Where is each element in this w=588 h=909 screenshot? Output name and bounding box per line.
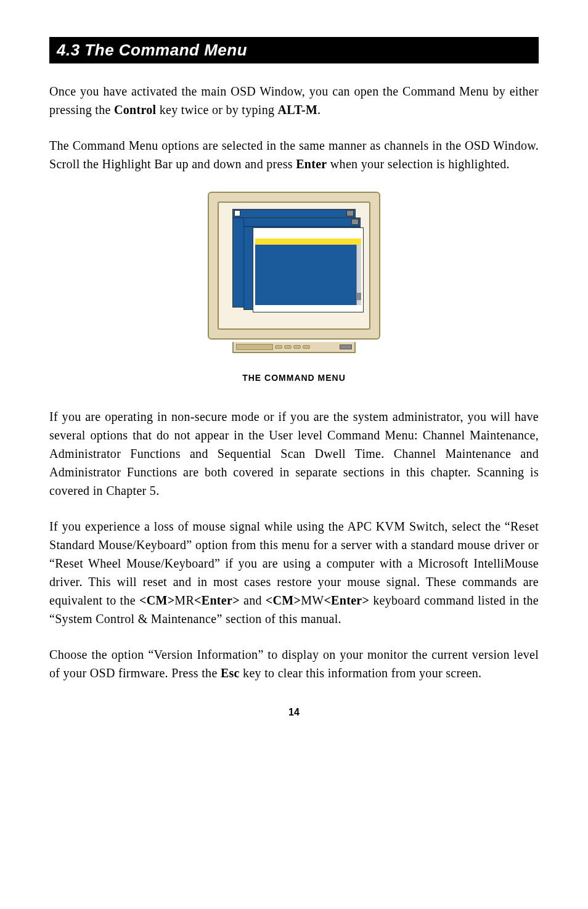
command-menu-window	[253, 227, 364, 312]
paragraph-3: If you are operating in non-secure mode …	[49, 407, 539, 500]
text-run: when your selection is highlighted.	[327, 157, 510, 171]
paragraph-2: The Command Menu options are selected in…	[49, 136, 539, 173]
titlebar-close-icon	[234, 210, 240, 216]
text-run: MW	[301, 593, 324, 607]
panel-button-icon	[293, 345, 301, 349]
bold-esc: Esc	[221, 666, 240, 680]
bold-cm: <CM>	[139, 593, 174, 607]
panel-button-icon	[275, 345, 282, 349]
text-run: MR	[174, 593, 194, 607]
panel-vent-icon	[236, 344, 273, 350]
menu-content-area	[255, 245, 361, 305]
monitor-screen	[218, 202, 370, 330]
titlebar-back	[233, 210, 355, 218]
monitor-control-panel	[232, 342, 356, 353]
panel-button-icon	[284, 345, 292, 349]
section-heading-bar: 4.3 The Command Menu	[49, 37, 539, 63]
text-run: key to clear this information from your …	[240, 666, 482, 680]
page-number: 14	[49, 707, 539, 718]
text-run: key twice or by typing	[156, 103, 277, 116]
bold-enter: <Enter>	[194, 593, 240, 607]
section-heading-text: 4.3 The Command Menu	[57, 41, 247, 59]
figure-command-menu: THE COMMAND MENU	[49, 192, 539, 383]
bold-control: Control	[114, 103, 156, 116]
scroll-thumb	[357, 293, 361, 300]
monitor-base	[208, 342, 380, 364]
power-button-icon	[340, 344, 352, 349]
figure-caption: THE COMMAND MENU	[242, 373, 346, 383]
menu-list	[255, 245, 356, 305]
bold-cm: <CM>	[266, 593, 301, 607]
command-menu-inner	[255, 230, 361, 310]
monitor-bezel	[208, 192, 380, 340]
paragraph-5: Choose the option “Version Information” …	[49, 645, 539, 682]
titlebar-max-icon	[351, 219, 359, 225]
bold-altm: ALT-M	[278, 103, 318, 116]
text-run: .	[317, 103, 321, 116]
paragraph-1: Once you have activated the main OSD Win…	[49, 82, 539, 119]
panel-button-icon	[303, 345, 310, 349]
highlight-bar	[255, 238, 361, 245]
menu-header-bar	[255, 230, 361, 238]
titlebar-mid	[244, 218, 360, 227]
bold-enter: Enter	[296, 157, 327, 171]
menu-footer-bar	[255, 305, 361, 310]
bold-enter: <Enter>	[324, 593, 369, 607]
scrollbar	[356, 245, 361, 305]
monitor-illustration	[208, 192, 380, 364]
titlebar-max-icon	[346, 210, 354, 216]
paragraph-4: If you experience a loss of mouse signal…	[49, 517, 539, 628]
text-run: and	[240, 593, 266, 607]
